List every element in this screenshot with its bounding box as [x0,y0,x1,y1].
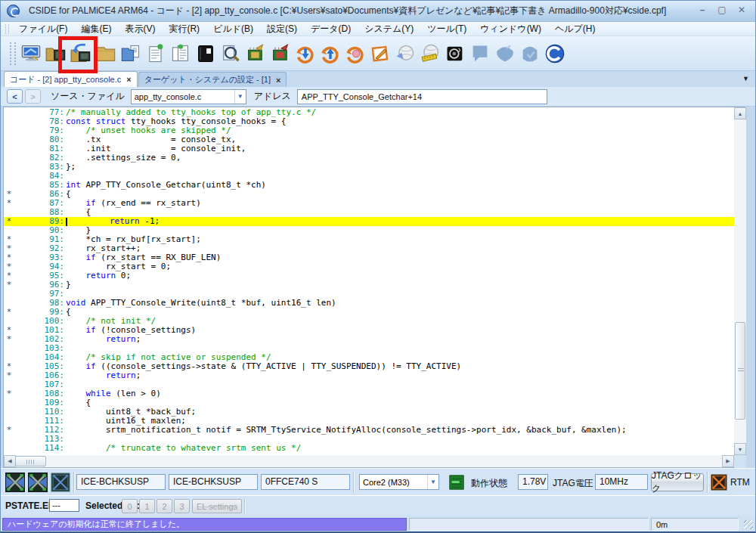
breakpoint-marker[interactable]: * [4,235,14,244]
palmice-butterfly-icon[interactable] [5,473,25,492]
breakpoint-marker[interactable] [4,135,14,144]
breakpoint-marker[interactable]: * [4,308,14,317]
breakpoint-marker[interactable] [4,435,14,444]
scroll-down-icon[interactable]: ▼ [734,443,746,455]
breakpoint-marker[interactable] [4,108,14,117]
tool-bubble-icon[interactable] [469,43,491,64]
device-flash-yellow-icon[interactable] [245,43,266,64]
horizontal-scrollbar[interactable]: ◀ ▶ [4,455,734,467]
close-button[interactable]: ✕ [736,5,748,15]
scroll-right-icon[interactable]: ▶ [722,455,734,467]
tab-overflow-icon[interactable]: ▼ [742,75,749,82]
search-document-icon[interactable] [220,43,241,64]
breakpoint-marker[interactable] [4,163,14,172]
tab-close-icon[interactable]: × [276,76,280,85]
breakpoint-marker[interactable] [4,299,14,308]
memo-notebook-icon[interactable] [195,43,216,64]
jtag-clock-button[interactable]: JTAGクロック [651,473,704,491]
edit-window-icon[interactable] [370,43,391,64]
breakpoint-marker[interactable] [4,407,14,417]
el-button-3[interactable]: 3 [174,499,190,513]
forward-button[interactable]: > [25,89,41,104]
horizontal-scroll-thumb[interactable] [15,456,46,466]
breakpoint-marker[interactable] [4,208,14,217]
menu-実行(R)[interactable]: 実行(R) [162,21,206,37]
menu-データ(D)[interactable]: データ(D) [304,21,358,37]
code-line-108[interactable]: *108: while (len > 0) [4,389,734,398]
breakpoint-marker[interactable]: * [4,362,14,371]
open-source-file-icon[interactable] [120,43,141,64]
back-button[interactable]: < [7,89,23,104]
menu-表示(V)[interactable]: 表示(V) [118,21,162,37]
code-editor[interactable]: 77:/* manually added to tty_hooks top of… [3,107,745,468]
tool-box-icon[interactable] [519,43,541,64]
code-line-83[interactable]: 83:}; [4,163,734,172]
breakpoint-marker[interactable]: * [4,280,14,290]
breakpoint-marker[interactable]: * [4,271,14,280]
source-file-select[interactable]: app_tty_console.c ▼ [131,89,246,104]
minimize-button[interactable]: – [696,5,708,15]
breakpoint-marker[interactable]: * [4,244,14,253]
device-flash-red-icon[interactable] [270,43,291,64]
resize-grip[interactable] [744,520,753,529]
menu-ツール(T)[interactable]: ツール(T) [420,21,473,37]
breakpoint-marker[interactable]: * [4,335,14,344]
breakpoint-marker[interactable]: * [4,426,14,435]
cside-refresh-icon[interactable] [544,43,565,64]
code-line-96[interactable]: *96:} [4,280,734,290]
code-line-95[interactable]: *95: return 0; [4,271,734,280]
menu-ヘルプ(H)[interactable]: ヘルプ(H) [548,21,603,37]
el-button-0[interactable]: 0 [122,499,138,513]
target-system-icon[interactable] [20,43,42,64]
menu-システム(Y)[interactable]: システム(Y) [358,21,420,37]
reload-download-icon[interactable] [295,43,316,64]
breakpoint-marker[interactable]: * [4,217,14,226]
breakpoint-marker[interactable] [4,398,14,407]
breakpoint-marker[interactable]: * [4,262,14,271]
el-settings-button[interactable]: EL settings [192,499,242,513]
code-line-87[interactable]: *87: if (rx_end == rx_start) [4,199,734,208]
chevron-down-icon[interactable]: ▼ [427,475,438,489]
code-line-112[interactable]: *112: srtm_notification_t notif = SRTM_T… [4,426,734,435]
breakpoint-marker[interactable]: * [4,389,14,398]
breakpoint-marker[interactable]: * [4,326,14,335]
el-button-1[interactable]: 1 [139,499,155,513]
reset-break-icon[interactable] [345,43,366,64]
breakpoint-marker[interactable] [4,444,14,453]
breakpoint-marker[interactable]: * [4,199,14,208]
title-bar[interactable]: CSIDE for PALMiCE4 ARM64 - コード - [2] app… [1,1,755,22]
breakpoint-marker[interactable] [4,226,14,235]
code-line-89[interactable]: *89: return -1; [4,217,734,226]
palmice-butterfly-icon[interactable] [28,473,48,492]
tab-target-system[interactable]: ターゲット・システムの設定 - [1]× [138,72,287,87]
breakpoint-marker[interactable] [4,353,14,362]
code-line-106[interactable]: *106: return; [4,371,734,380]
code-line-102[interactable]: *102: return; [4,335,734,344]
breakpoint-marker[interactable] [4,290,14,299]
breakpoint-marker[interactable] [4,117,14,126]
document-copy-icon[interactable] [170,43,191,64]
globe-measure-icon[interactable] [420,43,441,64]
reload-upload-icon[interactable] [320,43,341,64]
breakpoint-marker[interactable] [4,344,14,353]
open-folder-icon[interactable] [95,43,116,64]
menu-ビルド(B)[interactable]: ビルド(B) [206,21,260,37]
breakpoint-marker[interactable] [4,380,14,389]
breakpoint-marker[interactable]: * [4,190,14,199]
chevron-down-icon[interactable]: ▼ [234,90,246,104]
breakpoint-marker[interactable] [4,172,14,181]
open-project-icon[interactable] [45,43,67,64]
box-x-icon[interactable] [51,473,70,492]
breakpoint-marker[interactable] [4,126,14,135]
core-select[interactable]: Core2 (M33) ▼ [359,474,439,490]
breakpoint-marker[interactable] [4,181,14,190]
tab-close-icon[interactable]: × [126,75,131,84]
breakpoint-marker[interactable] [4,417,14,426]
menu-ウィンドウ(W)[interactable]: ウィンドウ(W) [473,21,548,37]
breakpoint-marker[interactable]: * [4,253,14,262]
scroll-left-icon[interactable]: ◀ [4,455,16,467]
globe-run-icon[interactable] [395,43,416,64]
code-line-114[interactable]: 114: /* truncate to whatever srtm sent u… [4,444,734,453]
snapshot-camera-icon[interactable] [445,43,466,64]
breakpoint-marker[interactable] [4,144,14,153]
